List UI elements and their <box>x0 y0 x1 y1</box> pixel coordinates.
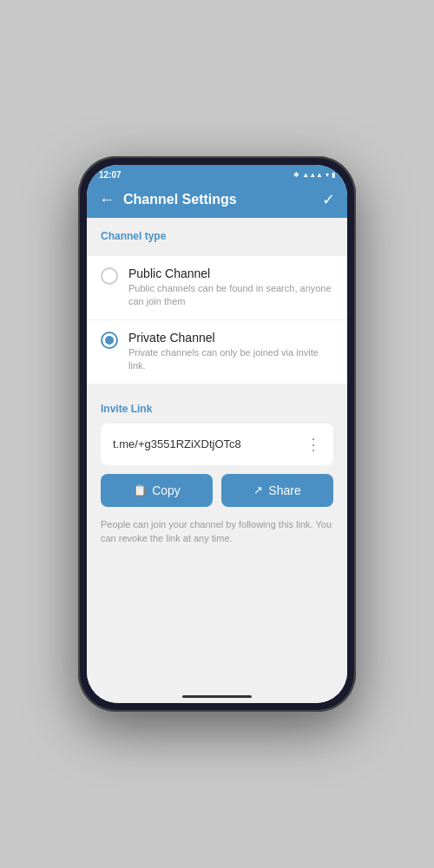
copy-label: Copy <box>152 483 181 497</box>
private-radio-circle <box>101 332 118 349</box>
separator <box>87 384 347 391</box>
wifi-icon: ▾ <box>326 171 329 179</box>
public-radio-circle <box>101 267 118 285</box>
battery-icon: ▮ <box>332 171 335 179</box>
status-time: 12:07 <box>99 170 122 180</box>
nav-bar: ← Channel Settings ✓ <box>87 183 347 218</box>
public-channel-desc: Public channels can be found in search, … <box>128 282 333 309</box>
confirm-button[interactable]: ✓ <box>322 190 335 209</box>
phone-shell: 12:07 ✱ ▲▲▲ ▾ ▮ ← Channel Settings ✓ Cha… <box>78 156 356 712</box>
home-indicator <box>87 690 347 703</box>
copy-icon: 📋 <box>133 483 147 496</box>
private-channel-text: Private Channel Private channels can onl… <box>128 331 333 373</box>
public-channel-text: Public Channel Public channels can be fo… <box>128 266 333 309</box>
home-bar <box>182 695 252 698</box>
invite-link-title: Invite Link <box>101 403 333 415</box>
content-area: Channel type Public Channel Public chann… <box>87 218 347 690</box>
private-channel-desc: Private channels can only be joined via … <box>128 346 333 373</box>
share-label: Share <box>268 483 300 497</box>
phone-screen: 12:07 ✱ ▲▲▲ ▾ ▮ ← Channel Settings ✓ Cha… <box>87 165 347 703</box>
copy-button[interactable]: 📋 Copy <box>101 474 213 507</box>
channel-type-title: Channel type <box>101 230 333 242</box>
signal-icon: ▲▲▲ <box>302 171 323 179</box>
invite-link-section: Invite Link t.me/+g3551RZiXDtjOTc8 ⋮ 📋 C… <box>87 391 347 560</box>
back-button[interactable]: ← <box>99 192 115 207</box>
public-channel-option[interactable]: Public Channel Public channels can be fo… <box>87 256 347 319</box>
channel-type-section: Channel type <box>87 218 347 256</box>
private-channel-label: Private Channel <box>128 331 333 345</box>
invite-link-box: t.me/+g3551RZiXDtjOTc8 ⋮ <box>101 424 333 465</box>
status-bar: 12:07 ✱ ▲▲▲ ▾ ▮ <box>87 165 347 183</box>
page-title: Channel Settings <box>123 192 322 207</box>
more-options-button[interactable]: ⋮ <box>299 435 321 454</box>
public-channel-label: Public Channel <box>128 266 333 280</box>
bluetooth-icon: ✱ <box>293 171 299 179</box>
private-channel-option[interactable]: Private Channel Private channels can onl… <box>87 319 347 384</box>
channel-type-options: Public Channel Public channels can be fo… <box>87 256 347 384</box>
status-icons: ✱ ▲▲▲ ▾ ▮ <box>293 171 335 179</box>
invite-note-text: People can join your channel by followin… <box>101 516 333 555</box>
share-icon: ↗ <box>253 483 263 496</box>
share-button[interactable]: ↗ Share <box>221 474 333 507</box>
action-buttons-row: 📋 Copy ↗ Share <box>101 474 333 507</box>
invite-link-text: t.me/+g3551RZiXDtjOTc8 <box>113 437 299 450</box>
